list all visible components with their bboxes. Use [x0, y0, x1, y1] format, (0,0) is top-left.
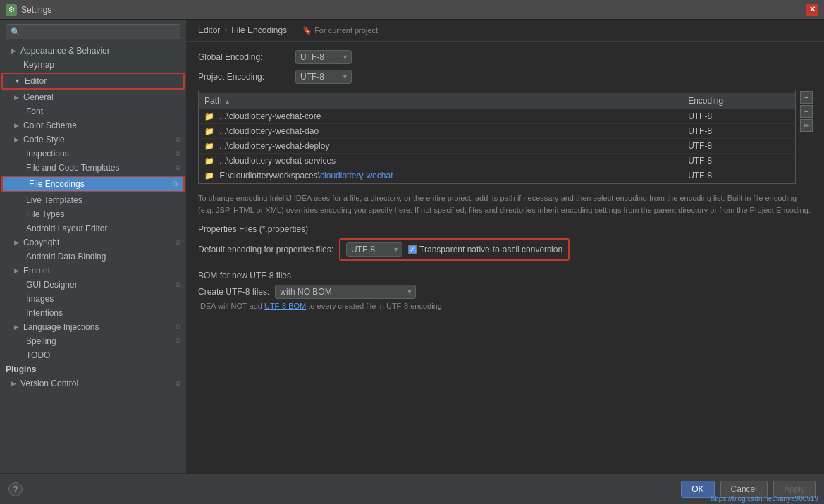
bottom-bar: ? OK Cancel Apply	[0, 473, 824, 504]
close-button[interactable]: ✕	[806, 4, 818, 16]
sidebar-item-emmet[interactable]: ▶ Emmet	[0, 264, 186, 278]
sidebar: 🔍 ▶ Appearance & Behavior Keymap ▼ Edito…	[0, 20, 187, 473]
properties-section: Properties Files (*.properties) Default …	[198, 224, 813, 261]
add-button[interactable]: +	[800, 91, 813, 104]
sidebar-item-label: Copyright	[23, 238, 59, 247]
default-encoding-label: Default encoding for properties files:	[198, 245, 333, 254]
sidebar-item-language-injections[interactable]: ▶ Language Injections ⧉	[0, 320, 186, 334]
remove-button[interactable]: −	[800, 105, 813, 118]
path-highlight: cloudlottery-wechat	[320, 171, 393, 180]
copy-icon: ⧉	[176, 379, 180, 388]
copy-icon: ⧉	[173, 180, 178, 188]
table-row[interactable]: 📁 ...\cloudlottery-wechat-core UTF-8	[199, 109, 795, 124]
expand-icon: ▼	[14, 78, 20, 85]
edit-button[interactable]: ✏	[800, 119, 813, 132]
watermark: https://blog.csdn.net/tianya900519	[711, 495, 818, 503]
copy-icon: ⧉	[176, 281, 180, 289]
expand-icon: ▶	[14, 94, 19, 101]
main-layout: 🔍 ▶ Appearance & Behavior Keymap ▼ Edito…	[0, 20, 824, 473]
table-container: Path ▲ Encoding 📁 ...\cloudlottery-wec	[198, 90, 813, 184]
properties-encoding-dropdown[interactable]: UTF-8 ▼	[346, 242, 402, 257]
expand-icon: ▶	[11, 47, 16, 54]
global-encoding-dropdown[interactable]: UTF-8 ▼	[295, 50, 352, 64]
expand-icon: ▶	[14, 324, 19, 331]
path-cell: 📁 E:\cloudlotteryworkspaces\cloudlottery…	[199, 168, 682, 183]
table-row[interactable]: 📁 ...\cloudlottery-wechat-services UTF-8	[199, 154, 795, 168]
sidebar-item-live-templates[interactable]: Live Templates	[0, 193, 186, 207]
sidebar-item-file-types[interactable]: File Types	[0, 207, 186, 221]
global-encoding-label: Global Encoding:	[198, 52, 290, 62]
transparent-checkbox[interactable]: ✓	[408, 245, 417, 254]
sidebar-item-editor[interactable]: ▼ Editor	[3, 74, 183, 88]
sidebar-item-file-code-templates[interactable]: File and Code Templates ⧉	[0, 161, 186, 175]
sidebar-item-code-style[interactable]: ▶ Code Style ⧉	[0, 133, 186, 147]
sidebar-item-images[interactable]: Images	[0, 292, 186, 306]
breadcrumb-sep: ›	[224, 25, 227, 35]
sidebar-item-label: Editor	[25, 76, 47, 86]
sidebar-item-general[interactable]: ▶ General	[0, 90, 186, 104]
sidebar-item-color-scheme[interactable]: ▶ Color Scheme	[0, 118, 186, 133]
search-input[interactable]	[23, 27, 176, 37]
sidebar-item-label: Android Layout Editor	[26, 223, 107, 233]
bom-note: IDEA will NOT add UTF-8 BOM to every cre…	[198, 302, 813, 310]
chevron-down-icon: ▼	[342, 73, 348, 80]
path-column-header: Path ▲	[199, 93, 682, 109]
chevron-down-icon: ▼	[342, 54, 348, 61]
sidebar-item-label: Inspections	[26, 149, 69, 159]
search-box[interactable]: 🔍	[6, 24, 180, 39]
sidebar-item-copyright[interactable]: ▶ Copyright ⧉	[0, 235, 186, 250]
content-panel: Editor › File Encodings 🔖 For current pr…	[187, 20, 824, 473]
sidebar-item-label: Plugins	[6, 364, 36, 374]
global-encoding-value: UTF-8	[300, 52, 324, 62]
table-row[interactable]: 📁 E:\cloudlotteryworkspaces\cloudlottery…	[199, 168, 795, 183]
sidebar-item-plugins[interactable]: Plugins	[0, 362, 186, 376]
help-button[interactable]: ?	[8, 482, 23, 496]
title-bar: ⚙ Settings ✕	[0, 0, 824, 20]
expand-icon: ▶	[14, 239, 19, 246]
sidebar-item-font[interactable]: Font	[0, 104, 186, 118]
path-cell: 📁 ...\cloudlottery-wechat-dao	[199, 124, 682, 139]
table-row[interactable]: 📁 ...\cloudlottery-wechat-deploy UTF-8	[199, 139, 795, 154]
sidebar-item-label: Code Style	[23, 135, 65, 145]
sidebar-item-android-data-binding[interactable]: Android Data Binding	[0, 250, 186, 264]
sidebar-item-label: Appearance & Behavior	[20, 46, 110, 56]
table-action-buttons: + − ✏	[800, 90, 813, 184]
folder-icon: 📁	[204, 127, 214, 135]
global-encoding-row: Global Encoding: UTF-8 ▼	[198, 50, 813, 64]
sidebar-item-inspections[interactable]: Inspections ⧉	[0, 147, 186, 161]
sidebar-item-appearance[interactable]: ▶ Appearance & Behavior	[0, 44, 186, 58]
copy-icon: ⧉	[176, 135, 180, 144]
create-utf8-dropdown[interactable]: with NO BOM ▼	[275, 285, 416, 299]
sidebar-item-label: Language Injections	[23, 322, 99, 332]
sidebar-item-spelling[interactable]: Spelling ⧉	[0, 334, 186, 348]
sidebar-item-label: Images	[26, 294, 54, 304]
sidebar-item-label: Android Data Binding	[26, 252, 106, 262]
sidebar-item-intentions[interactable]: Intentions	[0, 306, 186, 320]
sidebar-item-todo[interactable]: TODO	[0, 348, 186, 362]
table-row[interactable]: 📁 ...\cloudlottery-wechat-dao UTF-8	[199, 124, 795, 139]
properties-controls-outlined: UTF-8 ▼ ✓ Transparent native-to-ascii co…	[339, 238, 570, 261]
sidebar-item-label: Version Control	[20, 379, 78, 388]
folder-icon: 📁	[204, 142, 214, 150]
app-icon: ⚙	[6, 4, 17, 16]
properties-section-title: Properties Files (*.properties)	[198, 224, 813, 234]
ok-button[interactable]: OK	[681, 481, 714, 498]
window-title: Settings	[21, 5, 801, 15]
project-encoding-dropdown[interactable]: UTF-8 ▼	[295, 70, 352, 84]
sidebar-item-file-encodings[interactable]: File Encodings ⧉	[3, 177, 183, 191]
sidebar-item-android-layout-editor[interactable]: Android Layout Editor	[0, 221, 186, 235]
utf8-bom-link[interactable]: UTF-8 BOM	[264, 302, 306, 310]
bom-row: Create UTF-8 files: with NO BOM ▼	[198, 285, 813, 299]
encoding-cell: UTF-8	[682, 124, 795, 139]
bom-section: BOM for new UTF-8 files Create UTF-8 fil…	[198, 271, 813, 310]
transparent-label: Transparent native-to-ascii conversion	[419, 245, 562, 254]
expand-icon: ▶	[11, 380, 16, 387]
copy-icon: ⧉	[176, 323, 180, 331]
sidebar-item-label: File Encodings	[29, 179, 85, 189]
sidebar-item-version-control[interactable]: ▶ Version Control ⧉	[0, 376, 186, 391]
encoding-column-header: Encoding	[682, 93, 795, 109]
transparent-checkbox-wrap: ✓ Transparent native-to-ascii conversion	[408, 245, 562, 254]
sidebar-item-gui-designer[interactable]: GUI Designer ⧉	[0, 278, 186, 292]
sidebar-item-keymap[interactable]: Keymap	[0, 58, 186, 72]
sidebar-item-label: File Types	[26, 209, 64, 219]
